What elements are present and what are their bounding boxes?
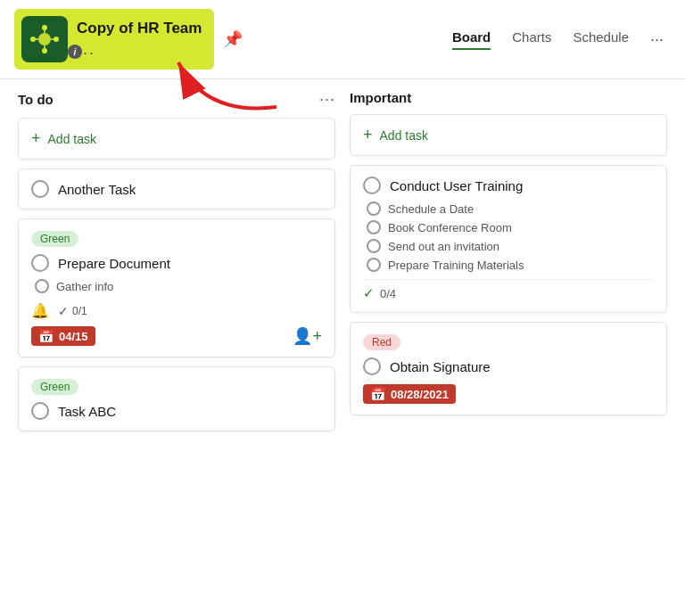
column-todo-title: To do bbox=[18, 92, 54, 107]
add-task-label-todo: Add task bbox=[48, 132, 96, 146]
tag-red-obtain: Red bbox=[363, 334, 400, 350]
task-item-another: Another Task bbox=[31, 180, 322, 198]
task-circle-conduct[interactable] bbox=[363, 177, 381, 194]
task-item-prepare: Prepare Document bbox=[31, 254, 322, 272]
app-title: Copy of HR Team bbox=[77, 20, 202, 37]
task-label-abc: Task ABC bbox=[58, 404, 116, 419]
tab-board[interactable]: Board bbox=[452, 29, 491, 50]
date-badge-obtain: 📅 08/28/2021 bbox=[363, 384, 456, 404]
task-item-conduct: Conduct User Training bbox=[363, 177, 654, 194]
sub-label-training-materials: Prepare Training Materials bbox=[388, 259, 524, 272]
add-task-label-important: Add task bbox=[380, 128, 428, 143]
nav-tabs: Board Charts Schedule ··· bbox=[452, 29, 671, 50]
sub-circle-gather[interactable] bbox=[35, 279, 49, 293]
logo-text-area: Copy of HR Team ... bbox=[77, 20, 202, 58]
sub-label-book-room: Book Conference Room bbox=[388, 221, 512, 234]
sub-item-book-room: Book Conference Room bbox=[367, 220, 654, 234]
info-badge: i bbox=[68, 45, 82, 59]
add-icon-todo: + bbox=[31, 129, 41, 148]
svg-point-1 bbox=[38, 33, 51, 45]
sub-circle-schedule[interactable] bbox=[367, 201, 381, 216]
task-label-obtain: Obtain Signature bbox=[390, 359, 491, 374]
progress-line-conduct: ✓ 0/4 bbox=[363, 279, 654, 301]
task-circle-another[interactable] bbox=[31, 180, 49, 198]
calendar-icon-prepare: 📅 bbox=[38, 329, 54, 343]
column-important-header: Important bbox=[350, 90, 667, 105]
task-item-obtain: Obtain Signature bbox=[363, 357, 654, 375]
card-footer-left-prepare: 🔔 ✓ 0/1 bbox=[31, 302, 87, 319]
sub-item-invitation: Send out an invitation bbox=[367, 239, 654, 253]
sub-circle-invitation[interactable] bbox=[367, 239, 381, 253]
sub-item-training-materials: Prepare Training Materials bbox=[367, 258, 654, 272]
task-circle-abc[interactable] bbox=[31, 402, 49, 420]
column-todo-header: To do ··· bbox=[18, 90, 335, 109]
card-prepare-document: Green Prepare Document Gather info 🔔 ✓ 0… bbox=[18, 218, 335, 357]
sub-items-conduct: Schedule a Date Book Conference Room Sen… bbox=[367, 201, 654, 272]
task-label-prepare: Prepare Document bbox=[58, 256, 170, 271]
column-todo-menu[interactable]: ··· bbox=[319, 90, 335, 109]
column-important-title: Important bbox=[350, 90, 411, 105]
card-footer-prepare: 🔔 ✓ 0/1 bbox=[31, 302, 322, 319]
app-dots[interactable]: ... bbox=[77, 40, 202, 59]
nav-more-button[interactable]: ··· bbox=[650, 30, 664, 49]
sub-label-invitation: Send out an invitation bbox=[388, 240, 499, 253]
calendar-icon-obtain: 📅 bbox=[370, 387, 385, 401]
add-task-button-todo[interactable]: + Add task bbox=[18, 118, 335, 160]
card-obtain-signature: Red Obtain Signature 📅 08/28/2021 bbox=[350, 322, 667, 415]
tab-charts[interactable]: Charts bbox=[512, 29, 551, 50]
column-todo: To do ··· + Add task Another Task Green … bbox=[11, 79, 342, 616]
check-count-label-prepare: 0/1 bbox=[72, 305, 87, 317]
check-icon-prepare: ✓ bbox=[58, 304, 69, 318]
tag-green-prepare: Green bbox=[31, 231, 78, 247]
progress-count-conduct: 0/4 bbox=[380, 287, 396, 300]
sub-items-prepare: Gather info bbox=[35, 279, 322, 293]
sub-circle-book-room[interactable] bbox=[367, 220, 381, 234]
pin-icon[interactable]: 📌 bbox=[223, 29, 243, 49]
app-logo: i bbox=[21, 16, 68, 62]
sub-label-schedule: Schedule a Date bbox=[388, 202, 474, 216]
task-label-another: Another Task bbox=[58, 182, 136, 197]
card-another-task: Another Task bbox=[18, 168, 335, 209]
card-conduct-user-training: Conduct User Training Schedule a Date Bo… bbox=[350, 165, 667, 313]
main-content: To do ··· + Add task Another Task Green … bbox=[0, 79, 685, 616]
tag-green-abc: Green bbox=[31, 379, 78, 395]
app-logo-area: i Copy of HR Team ... bbox=[14, 9, 214, 70]
task-circle-obtain[interactable] bbox=[363, 357, 381, 375]
date-label-prepare: 04/15 bbox=[59, 330, 88, 343]
date-badge-prepare: 📅 04/15 bbox=[31, 326, 95, 346]
sub-item-schedule: Schedule a Date bbox=[367, 201, 654, 216]
sub-label-gather: Gather info bbox=[56, 280, 113, 293]
app-header: i Copy of HR Team ... 📌 Board Charts Sch… bbox=[0, 0, 685, 79]
tab-schedule[interactable]: Schedule bbox=[573, 29, 629, 50]
task-item-abc: Task ABC bbox=[31, 402, 322, 420]
add-icon-important: + bbox=[363, 126, 373, 144]
bell-icon-prepare: 🔔 bbox=[31, 302, 49, 319]
sub-circle-training-materials[interactable] bbox=[367, 258, 381, 272]
check-count-prepare: ✓ 0/1 bbox=[58, 304, 87, 318]
date-label-obtain: 08/28/2021 bbox=[391, 388, 449, 401]
task-label-conduct: Conduct User Training bbox=[390, 178, 523, 193]
progress-check-icon: ✓ bbox=[363, 285, 375, 301]
column-important: Important + Add task Conduct User Traini… bbox=[342, 79, 674, 616]
card-task-abc: Green Task ABC bbox=[18, 366, 335, 431]
add-task-button-important[interactable]: + Add task bbox=[350, 114, 667, 156]
task-circle-prepare[interactable] bbox=[31, 254, 49, 272]
sub-item-gather: Gather info bbox=[35, 279, 322, 293]
assign-icon-prepare[interactable]: 👤+ bbox=[293, 326, 322, 346]
